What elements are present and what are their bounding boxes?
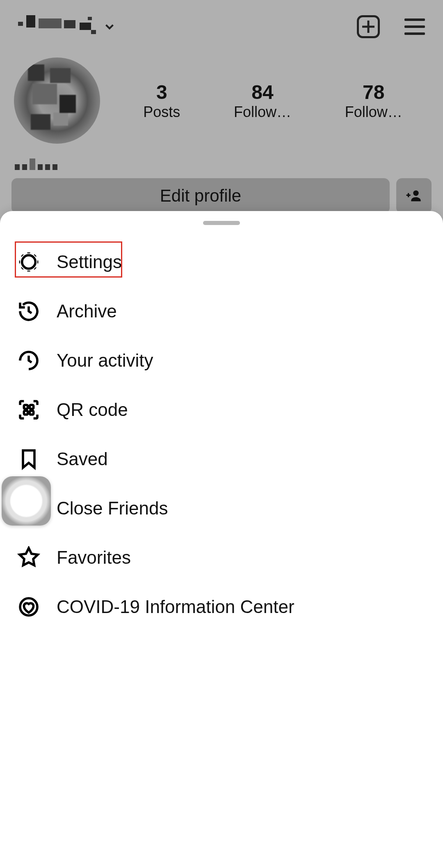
star-icon: [17, 546, 40, 569]
menu-item-favorites[interactable]: Favorites: [0, 533, 443, 582]
stat-following[interactable]: 78 Follow…: [345, 81, 402, 121]
header-actions: [357, 15, 425, 38]
username-redacted: [18, 15, 96, 38]
menu-item-settings[interactable]: Settings: [0, 237, 443, 287]
discover-people-button[interactable]: [396, 178, 432, 214]
menu-label: Settings: [57, 252, 122, 272]
hamburger-menu-button[interactable]: [404, 18, 425, 35]
menu-item-archive[interactable]: Archive: [0, 287, 443, 336]
sheet-grabber[interactable]: [203, 221, 240, 225]
chevron-down-icon: [103, 20, 116, 34]
bottom-sheet-menu: Settings Archive Your activity: [0, 211, 443, 868]
menu-item-close-friends[interactable]: Close Friends: [0, 484, 443, 533]
edit-profile-label: Edit profile: [160, 186, 241, 206]
add-person-icon: [406, 188, 422, 204]
svg-rect-2: [24, 405, 27, 409]
menu-label: Close Friends: [57, 498, 168, 519]
username-switcher[interactable]: [18, 15, 116, 38]
stat-posts-count: 3: [143, 81, 180, 103]
bookmark-icon: [17, 448, 40, 471]
gear-icon: [17, 250, 40, 273]
stat-followers[interactable]: 84 Follow…: [234, 81, 291, 121]
stats-container: 3 Posts 84 Follow… 78 Follow…: [116, 81, 429, 121]
menu-label: COVID-19 Information Center: [57, 597, 295, 617]
stat-followers-label: Follow…: [234, 103, 291, 121]
menu-label: QR code: [57, 400, 128, 420]
svg-point-0: [413, 191, 418, 196]
stat-followers-count: 84: [234, 81, 291, 103]
menu-item-covid[interactable]: COVID-19 Information Center: [0, 582, 443, 631]
svg-rect-5: [30, 411, 33, 414]
create-button[interactable]: [357, 15, 380, 38]
profile-stats-row: 3 Posts 84 Follow… 78 Follow…: [0, 49, 443, 152]
stat-following-count: 78: [345, 81, 402, 103]
qr-icon: [17, 398, 40, 421]
stat-posts[interactable]: 3 Posts: [143, 81, 180, 121]
stat-following-label: Follow…: [345, 103, 402, 121]
stat-posts-label: Posts: [143, 103, 180, 121]
menu-label: Saved: [57, 449, 108, 469]
floating-assistive-widget[interactable]: [2, 476, 51, 526]
archive-icon: [17, 300, 40, 323]
svg-rect-4: [24, 411, 27, 414]
menu-item-qr-code[interactable]: QR code: [0, 385, 443, 434]
edit-profile-button[interactable]: Edit profile: [11, 178, 390, 214]
display-name-redacted: [15, 157, 68, 170]
menu-item-your-activity[interactable]: Your activity: [0, 336, 443, 385]
profile-buttons: Edit profile: [0, 178, 443, 214]
menu-label: Your activity: [57, 350, 153, 371]
activity-icon: [17, 349, 40, 372]
menu-label: Archive: [57, 301, 117, 321]
svg-point-1: [22, 255, 36, 269]
profile-header: [0, 0, 443, 49]
menu-item-saved[interactable]: Saved: [0, 434, 443, 484]
svg-rect-3: [30, 405, 33, 409]
covid-icon: [17, 595, 40, 618]
menu-label: Favorites: [57, 547, 131, 568]
avatar[interactable]: [14, 57, 100, 144]
